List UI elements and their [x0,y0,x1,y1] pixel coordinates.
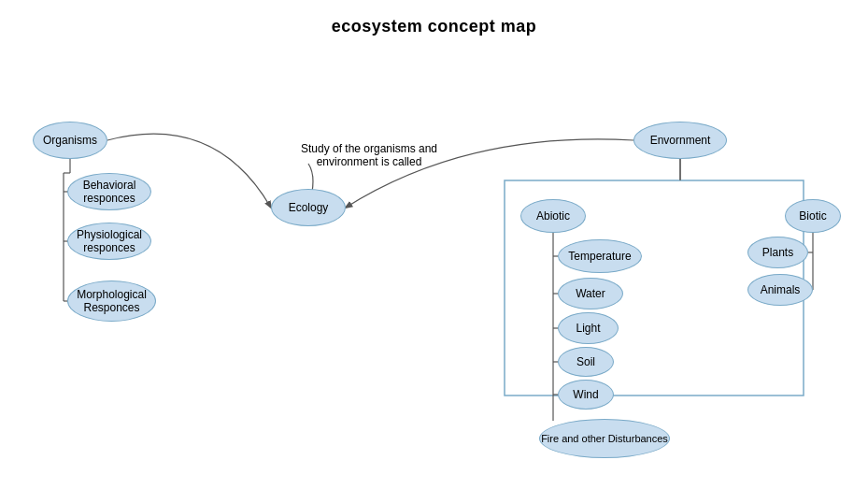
ecology-node: Ecology [271,189,346,226]
abiotic-node: Abiotic [520,199,586,233]
fire-node: Fire and other Disturbances [539,419,670,458]
environment-node: Envornment [633,122,727,159]
soil-node: Soil [558,347,614,377]
organisms-node: Organisms [33,122,107,159]
temperature-node: Temperature [558,239,642,273]
animals-node: Animals [747,274,813,306]
page-title: ecosystem concept map [0,0,868,36]
physiological-node: Physiological responces [67,223,151,260]
plants-node: Plants [747,237,808,268]
study-label: Study of the organisms and environment i… [294,142,444,168]
biotic-node: Biotic [785,199,841,233]
water-node: Water [558,278,623,309]
light-node: Light [558,312,619,344]
morphological-node: Morphological Responces [67,280,156,322]
wind-node: Wind [558,380,614,410]
behavioral-node: Behavioral responces [67,173,151,210]
